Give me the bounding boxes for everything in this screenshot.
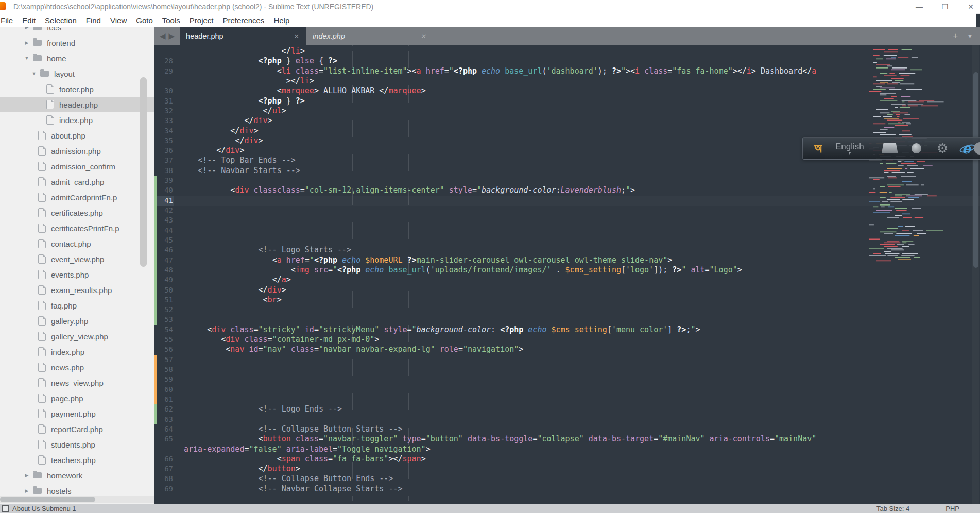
sidebar-file-reportCard.php[interactable]: reportCard.php	[0, 421, 154, 437]
code-line-31: 31 <?php } ?>	[154, 96, 980, 106]
chevron-right-icon[interactable]: ▶	[24, 40, 30, 45]
menu-edit[interactable]: Edit	[18, 16, 40, 25]
maximize-button[interactable]: ❐	[940, 3, 950, 11]
menu-goto[interactable]: Goto	[131, 16, 158, 25]
tab-bar: ◀ ▶ header.php✕index.php✕ + ▼	[154, 27, 980, 45]
sidebar-file-events.php[interactable]: events.php	[0, 267, 154, 282]
line-number	[157, 76, 174, 86]
syntax-indicator[interactable]: PHP	[945, 505, 959, 512]
file-icon	[38, 316, 46, 326]
sidebar-folder-fees[interactable]: ▶fees	[0, 27, 154, 35]
editor-vertical-scrollbar[interactable]	[972, 45, 979, 504]
tab-header.php[interactable]: header.php✕	[180, 27, 306, 45]
sidebar-file-gallery_view.php[interactable]: gallery_view.php	[0, 329, 154, 344]
menu-preferences[interactable]: Preferences	[218, 16, 269, 25]
chevron-right-icon[interactable]: ▶	[24, 488, 30, 493]
code-editor[interactable]: </li>28 <?php } else { ?>29 <li class="l…	[154, 45, 980, 504]
tree-item-label: about.php	[51, 131, 85, 140]
tab-size-indicator[interactable]: Tab Size: 4	[876, 505, 909, 512]
sidebar-file-certificates.php[interactable]: certificates.php	[0, 205, 154, 220]
sidebar-folder-layout[interactable]: ▼layout	[0, 66, 154, 81]
sidebar-folder-homework[interactable]: ▶homework	[0, 468, 154, 483]
tab-index.php[interactable]: index.php✕	[306, 27, 433, 45]
tree-item-label: reportCard.php	[51, 425, 103, 434]
code-line-61: 61	[154, 395, 980, 404]
line-number: 47	[157, 255, 174, 265]
line-number: 38	[157, 166, 174, 176]
tab-overflow-icon[interactable]: ▼	[967, 33, 973, 39]
sidebar-file-faq.php[interactable]: faq.php	[0, 298, 154, 313]
code-line-33: 33 </div>	[154, 116, 980, 126]
close-icon[interactable]: ✕	[293, 32, 300, 40]
keyboard-layout-icon[interactable]	[882, 143, 898, 153]
sidebar-file-contact.php[interactable]: contact.php	[0, 236, 154, 251]
minimap[interactable]	[866, 45, 971, 504]
chevron-down-icon[interactable]: ▼	[24, 56, 30, 61]
sidebar-file-page.php[interactable]: page.php	[0, 390, 154, 406]
sidebar-file-certificatesPrintFn.p[interactable]: certificatesPrintFn.p	[0, 220, 154, 236]
avro-keyboard-icon[interactable]: অ	[814, 141, 822, 156]
line-number: 41	[157, 196, 174, 206]
sidebar-file-gallery.php[interactable]: gallery.php	[0, 313, 154, 329]
code-text	[174, 226, 179, 235]
editor-vscroll-handle[interactable]	[973, 72, 978, 268]
sidebar-file-news.php[interactable]: news.php	[0, 360, 154, 375]
file-icon	[46, 115, 54, 125]
sidebar-file-index.php[interactable]: index.php	[0, 112, 154, 128]
sidebar-file-students.php[interactable]: students.php	[0, 437, 154, 452]
sidebar-file-payment.php[interactable]: payment.php	[0, 406, 154, 421]
sidebar-file-exam_results.php[interactable]: exam_results.php	[0, 282, 154, 298]
tree-item-label: students.php	[51, 440, 95, 449]
line-number: 39	[157, 176, 174, 185]
sidebar-file-admission_confirm[interactable]: admission_confirm	[0, 159, 154, 174]
sidebar-horizontal-scrollbar[interactable]	[0, 496, 154, 503]
sidebar-folder-home[interactable]: ▼home	[0, 50, 154, 66]
browser-e-icon[interactable]: e	[962, 141, 971, 157]
menu-selection[interactable]: Selection	[40, 16, 81, 25]
settings-gear-icon[interactable]: ⚙	[937, 141, 949, 156]
file-icon	[38, 162, 46, 171]
language-selector[interactable]: English ▼	[835, 142, 864, 156]
language-label[interactable]: English	[835, 142, 864, 152]
code-text: <!-- Collapse Button Starts -->	[174, 424, 403, 434]
menu-project[interactable]: Project	[185, 16, 218, 25]
spell-check-icon[interactable]	[912, 143, 921, 153]
code-text	[174, 315, 179, 324]
menu-file[interactable]: File	[0, 16, 18, 25]
line-number: 66	[157, 454, 174, 464]
sidebar-file-teachers.php[interactable]: teachers.php	[0, 452, 154, 468]
code-line-66: 66 <span class="fa fa-bars"></span>	[154, 454, 980, 464]
menu-view[interactable]: View	[106, 16, 131, 25]
chevron-right-icon[interactable]: ▶	[24, 27, 30, 30]
code-line-40: 40 <div classclass="col-sm-12,align-item…	[154, 185, 980, 195]
code-text: <!-- Navbar Collapse Starts -->	[174, 484, 403, 494]
sidebar-file-header.php[interactable]: header.php	[0, 97, 154, 112]
sidebar-folder-frontend[interactable]: ▶frontend	[0, 35, 154, 50]
chevron-right-icon[interactable]: ▶	[24, 473, 30, 478]
sidebar-file-index.php[interactable]: index.php	[0, 344, 154, 360]
close-icon[interactable]: ✕	[419, 32, 427, 40]
sidebar-file-footer.php[interactable]: footer.php	[0, 81, 154, 97]
line-number: 44	[157, 226, 174, 235]
menu-help[interactable]: Help	[269, 16, 294, 25]
code-line-67: 67 </button>	[154, 464, 980, 474]
tree-item-label: admission.php	[51, 147, 101, 156]
chevron-down-icon[interactable]: ▼	[31, 71, 37, 76]
new-tab-icon[interactable]: +	[953, 31, 958, 41]
code-line-63: 63	[154, 415, 980, 424]
back-arrow-icon[interactable]: ◀	[160, 31, 166, 41]
sidebar-vertical-scrollbar[interactable]	[140, 77, 147, 267]
menu-find[interactable]: Find	[81, 16, 106, 25]
menu-tools[interactable]: Tools	[158, 16, 185, 25]
sidebar-file-news_view.php[interactable]: news_view.php	[0, 375, 154, 390]
sidebar-file-admit_card.php[interactable]: admit_card.php	[0, 174, 154, 190]
forward-arrow-icon[interactable]: ▶	[169, 31, 175, 41]
sidebar-hscroll-handle[interactable]	[0, 497, 95, 502]
sidebar-file-event_view.php[interactable]: event_view.php	[0, 251, 154, 267]
sidebar-file-admission.php[interactable]: admission.php	[0, 143, 154, 159]
sidebar-file-admitCardprintFn.p[interactable]: admitCardprintFn.p	[0, 190, 154, 205]
line-number: 31	[157, 96, 174, 106]
sidebar-file-about.php[interactable]: about.php	[0, 128, 154, 143]
close-button[interactable]: ✕	[966, 3, 976, 11]
minimize-button[interactable]: —	[914, 3, 924, 11]
